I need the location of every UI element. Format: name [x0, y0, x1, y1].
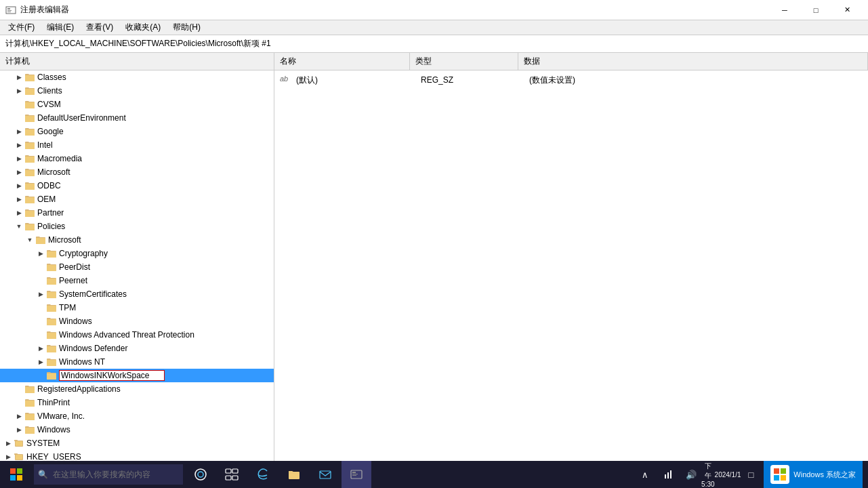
menu-view[interactable]: 查看(V) — [81, 20, 119, 35]
tree-item-vmware[interactable]: ▶ VMware, Inc. — [0, 409, 274, 423]
tree-item-peerdist[interactable]: PeerDist — [0, 260, 274, 274]
rename-input-wininkworkspace[interactable] — [59, 370, 165, 381]
expand-icon-policies-microsoft: ▼ — [24, 235, 35, 245]
tree-item-cryptography[interactable]: ▶ Cryptography — [0, 247, 274, 260]
taskbar-notification-badge[interactable]: Windows 系统之家 — [764, 461, 863, 488]
tree-item-peernet[interactable]: Peernet — [0, 274, 274, 287]
tree-label-oem: OEM — [37, 195, 56, 204]
menu-favorites[interactable]: 收藏夹(A) — [120, 20, 166, 35]
right-panel: 名称 类型 数据 ab (默认) REG_SZ (数值未设置) — [274, 53, 868, 461]
svg-rect-21 — [226, 476, 231, 480]
tree-item-systemcerts[interactable]: ▶ SystemCertificates — [0, 287, 274, 301]
tree-scroll[interactable]: ▶ Classes ▶ Clients — [0, 70, 274, 461]
tree-label-peerdist: PeerDist — [59, 262, 90, 272]
close-button[interactable]: ✕ — [831, 0, 863, 20]
tree-item-oem[interactable]: ▶ OEM — [0, 192, 274, 206]
folder-icon-thinprint — [24, 397, 35, 408]
tree-item-windefender[interactable]: ▶ Windows Defender — [0, 342, 274, 355]
taskbar-tray: ∧ 🔊 下午 5:30 2024/1/1 □ Wi — [635, 461, 868, 488]
tree-label-windows-sub: Windows — [59, 317, 92, 326]
menu-edit[interactable]: 编辑(E) — [41, 20, 79, 35]
folder-icon-wininkworkspace — [46, 370, 57, 381]
folder-icon-watp — [46, 329, 57, 340]
tree-item-cvsm[interactable]: CVSM — [0, 98, 274, 111]
svg-rect-19 — [226, 469, 231, 473]
tree-item-partner[interactable]: ▶ Partner — [0, 206, 274, 220]
menu-file[interactable]: 文件(F) — [3, 20, 40, 35]
folder-icon-tpm — [46, 302, 57, 313]
svg-rect-5 — [16, 441, 22, 446]
svg-rect-23 — [320, 471, 331, 479]
tree-label-macromedia: Macromedia — [37, 154, 82, 163]
tree-item-clients[interactable]: ▶ Clients — [0, 84, 274, 98]
svg-rect-28 — [665, 474, 666, 479]
tree-item-macromedia[interactable]: ▶ Macromedia — [0, 152, 274, 165]
taskbar-explorer-icon[interactable] — [279, 461, 309, 488]
tray-time[interactable]: 下午 5:30 2024/1/1 — [704, 461, 738, 488]
menu-help[interactable]: 帮助(H) — [167, 20, 206, 35]
folder-icon-peernet — [46, 275, 57, 286]
svg-rect-2 — [7, 10, 12, 11]
folder-icon-peerdist — [46, 262, 57, 272]
tree-label-watp: Windows Advanced Threat Protection — [59, 330, 194, 340]
tree-item-regapps[interactable]: RegisteredApplications — [0, 382, 274, 396]
tree-item-tpm[interactable]: TPM — [0, 301, 274, 314]
minimize-button[interactable]: ─ — [769, 0, 800, 20]
table-row[interactable]: ab (默认) REG_SZ (数值未设置) — [274, 73, 868, 87]
tree-item-intel[interactable]: ▶ Intel — [0, 138, 274, 152]
expand-icon-partner: ▶ — [14, 207, 24, 218]
tree-item-thinprint[interactable]: ThinPrint — [0, 396, 274, 409]
windows-logo-icon — [10, 468, 22, 481]
taskbar-regedit-icon[interactable] — [342, 461, 371, 488]
tree-item-google[interactable]: ▶ Google — [0, 125, 274, 138]
tree-label-partner: Partner — [37, 208, 64, 218]
tray-chevron-icon[interactable]: ∧ — [635, 461, 655, 488]
reg-name-default: (默认) — [296, 75, 421, 86]
col-header-type[interactable]: 类型 — [410, 53, 518, 70]
col-header-data[interactable]: 数据 — [518, 53, 868, 70]
svg-rect-14 — [17, 468, 22, 474]
expand-icon-clients: ▶ — [14, 85, 24, 96]
tray-notification-icon[interactable]: □ — [741, 461, 761, 488]
tray-sound-icon[interactable]: 🔊 — [681, 461, 701, 488]
taskbar-search-input[interactable] — [34, 464, 183, 485]
maximize-button[interactable]: □ — [800, 0, 831, 20]
taskbar-mail-icon[interactable] — [310, 461, 340, 488]
taskbar-taskview-icon[interactable] — [217, 461, 247, 488]
expand-icon-winnt: ▶ — [35, 357, 46, 367]
tree-item-windows-top[interactable]: ▶ Windows — [0, 423, 274, 436]
reg-data-default: (数值未设置) — [529, 75, 863, 86]
tree-label-defaultuserenv: DefaultUserEnvironment — [37, 113, 126, 123]
tree-item-windows-sub[interactable]: Windows — [0, 314, 274, 328]
tree-label-thinprint: ThinPrint — [37, 398, 70, 407]
svg-rect-34 — [781, 475, 786, 481]
tree-item-watp[interactable]: Windows Advanced Threat Protection — [0, 328, 274, 342]
tree-item-winnt[interactable]: ▶ Windows NT — [0, 355, 274, 369]
tree-label-hkusers: HKEY_USERS — [26, 452, 81, 461]
tree-label-intel: Intel — [37, 140, 53, 150]
taskbar-edge-icon[interactable] — [248, 461, 278, 488]
taskbar-cortana-icon[interactable] — [186, 461, 215, 488]
expand-icon-macromedia: ▶ — [14, 153, 24, 164]
tree-item-microsoft-top[interactable]: ▶ Microsoft — [0, 165, 274, 179]
tree-item-policies-microsoft[interactable]: ▼ Microsoft — [0, 233, 274, 247]
tree-item-odbc[interactable]: ▶ ODBC — [0, 179, 274, 192]
right-content: ab (默认) REG_SZ (数值未设置) — [274, 70, 868, 89]
folder-icon-intel — [24, 140, 35, 150]
start-button[interactable] — [0, 461, 33, 488]
svg-rect-25 — [352, 472, 356, 473]
reg-type-default: REG_SZ — [421, 75, 529, 85]
right-header: 名称 类型 数据 — [274, 53, 868, 70]
tree-item-policies[interactable]: ▼ Policies — [0, 220, 274, 233]
tree-label-microsoft-top: Microsoft — [37, 167, 70, 177]
tree-item-classes[interactable]: ▶ Classes — [0, 70, 274, 84]
tree-item-system[interactable]: ▶ SYSTEM — [0, 436, 274, 450]
tree-item-hkusers[interactable]: ▶ HKEY_USERS — [0, 450, 274, 461]
tree-label-systemcerts: SystemCertificates — [59, 289, 127, 299]
tree-item-wininkworkspace[interactable] — [0, 369, 274, 382]
folder-icon-systemcerts — [46, 289, 57, 300]
tree-label-clients: Clients — [37, 86, 62, 96]
tray-network-icon[interactable] — [658, 461, 678, 488]
tree-item-defaultuserenv[interactable]: DefaultUserEnvironment — [0, 111, 274, 125]
col-header-name[interactable]: 名称 — [274, 53, 410, 70]
